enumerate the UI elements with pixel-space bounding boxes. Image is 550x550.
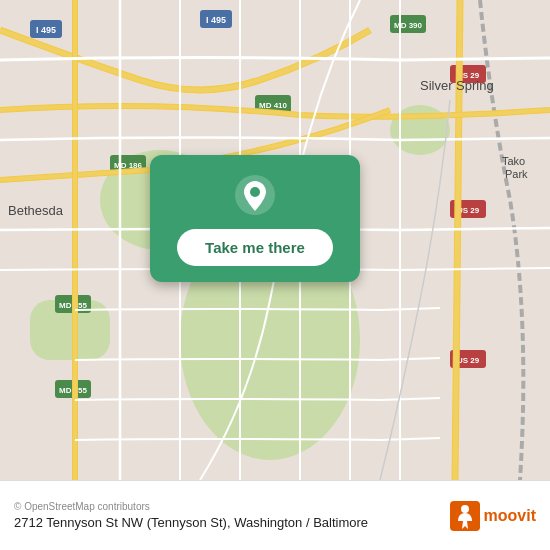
svg-text:Bethesda: Bethesda — [8, 203, 64, 218]
button-overlay: Take me there — [150, 155, 360, 282]
svg-text:I 495: I 495 — [36, 25, 56, 35]
svg-text:Silver Spring: Silver Spring — [420, 78, 494, 93]
map-attribution: © OpenStreetMap contributors — [14, 501, 440, 512]
svg-point-30 — [250, 187, 260, 197]
attribution-text: © OpenStreetMap contributors — [14, 501, 150, 512]
svg-text:Park: Park — [505, 168, 528, 180]
moovit-logo: moovit — [450, 501, 536, 531]
svg-point-32 — [461, 505, 469, 513]
moovit-brand-icon — [450, 501, 480, 531]
svg-text:I 495: I 495 — [206, 15, 226, 25]
svg-text:US 29: US 29 — [457, 356, 480, 365]
map-container: I 495 I 495 MD 390 US 29 US 29 US 29 MD … — [0, 0, 550, 480]
svg-text:MD 410: MD 410 — [259, 101, 288, 110]
moovit-label: moovit — [484, 507, 536, 525]
address-text: 2712 Tennyson St NW (Tennyson St), Washi… — [14, 515, 368, 530]
address-line: 2712 Tennyson St NW (Tennyson St), Washi… — [14, 515, 440, 530]
take-me-there-button[interactable]: Take me there — [177, 229, 333, 266]
green-card: Take me there — [150, 155, 360, 282]
svg-text:MD 390: MD 390 — [394, 21, 423, 30]
svg-text:Tako: Tako — [502, 155, 525, 167]
info-text-block: © OpenStreetMap contributors 2712 Tennys… — [14, 501, 440, 530]
info-bar: © OpenStreetMap contributors 2712 Tennys… — [0, 480, 550, 550]
location-pin-icon — [233, 173, 277, 217]
